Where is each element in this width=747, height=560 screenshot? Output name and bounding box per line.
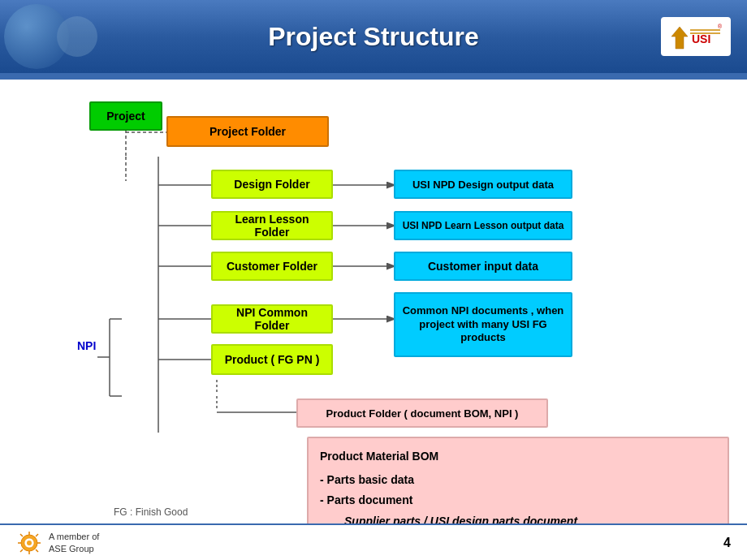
svg-line-36 xyxy=(20,549,23,552)
product-fgpn-box: Product ( FG PN ) xyxy=(211,344,333,375)
svg-line-34 xyxy=(36,549,38,552)
svg-text:®: ® xyxy=(718,24,723,29)
main-content: Project Project Folder Design Folder Lea… xyxy=(0,80,747,523)
product-folder-box: Product Folder ( document BOM, NPI ) xyxy=(296,398,548,428)
ase-logo xyxy=(16,530,42,556)
learn-lesson-folder-box: Learn Lesson Folder xyxy=(211,211,333,240)
member-text: A member of xyxy=(49,531,99,542)
design-folder-box: Design Folder xyxy=(211,170,333,199)
bom-line2: - Parts document xyxy=(320,490,412,510)
svg-line-35 xyxy=(36,534,38,536)
project-folder-box: Project Folder xyxy=(166,116,329,147)
page-number: 4 xyxy=(723,536,731,550)
product-bom-box: Product Material BOM - Parts basic data … xyxy=(307,437,729,534)
group-text: ASE Group xyxy=(49,543,99,554)
svg-point-28 xyxy=(27,541,32,545)
svg-text:USI: USI xyxy=(692,32,710,45)
usi-logo-svg: USI ® xyxy=(667,20,724,53)
diagram: Project Project Folder Design Folder Lea… xyxy=(16,92,731,515)
subheader-bar xyxy=(0,73,747,80)
footer-text: A member of ASE Group xyxy=(49,531,99,554)
header-decoration xyxy=(0,0,114,73)
npi-label: NPI xyxy=(77,339,96,352)
usi-npd-learn-box: USI NPD Learn Lesson output data xyxy=(394,211,572,240)
usi-logo: USI ® xyxy=(661,17,731,56)
npi-common-folder-box: NPI Common Folder xyxy=(211,304,333,334)
bom-line1: - Parts basic data xyxy=(320,470,414,490)
bom-title: Product Material BOM xyxy=(320,446,438,467)
common-npi-box: Common NPI documents , when project with… xyxy=(394,292,572,357)
svg-line-33 xyxy=(20,534,23,536)
customer-folder-box: Customer Folder xyxy=(211,252,333,281)
page-title: Project Structure xyxy=(268,22,479,52)
header: Project Structure USI ® xyxy=(0,0,747,73)
gear-decoration xyxy=(57,16,97,57)
customer-input-box: Customer input data xyxy=(394,252,572,281)
footer: A member of ASE Group 4 xyxy=(0,523,747,560)
usi-npd-design-box: USI NPD Design output data xyxy=(394,170,572,199)
project-box: Project xyxy=(89,101,162,131)
fg-note: FG : Finish Good xyxy=(114,506,188,518)
